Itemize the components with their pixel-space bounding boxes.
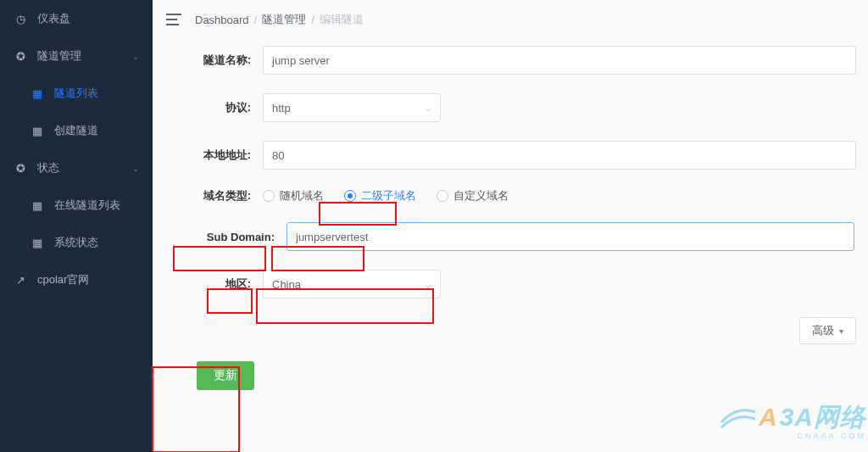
watermark: A3A网络 CNAAA.COM [759, 400, 866, 440]
chevron-down-icon: ⌵ [426, 279, 431, 290]
radio-icon [344, 190, 356, 202]
topbar: Dashboard / 隧道管理 / 编辑隧道 [153, 0, 868, 39]
subdomain-label: Sub Domain: [173, 231, 275, 243]
sidebar-item-label: 在线隧道列表 [54, 198, 120, 213]
protocol-label: 协议: [173, 100, 251, 115]
chevron-down-icon: ▾ [839, 326, 843, 336]
radio-label: 自定义域名 [453, 188, 509, 204]
sidebar-item-label: 仪表盘 [37, 11, 70, 26]
subdomain-input[interactable] [287, 222, 854, 251]
domain-type-custom[interactable]: 自定义域名 [437, 188, 509, 204]
update-button[interactable]: 更新 [197, 361, 254, 390]
external-link-icon: ↗ [14, 274, 27, 287]
region-value: China [272, 278, 301, 291]
breadcrumb-root[interactable]: Dashboard [195, 14, 249, 26]
local-address-label: 本地地址: [173, 148, 251, 163]
radio-label: 随机域名 [280, 188, 324, 204]
plug-icon: ✪ [14, 50, 27, 63]
gauge-icon: ◷ [14, 13, 27, 25]
sidebar-item-cpolar-site[interactable]: ↗ cpolar官网 [0, 261, 153, 299]
chevron-down-icon: ⌄ [132, 164, 139, 173]
sidebar-item-tunnel-manage[interactable]: ✪ 隧道管理 ⌄ [0, 37, 153, 75]
grid-icon: ▦ [31, 199, 44, 212]
chevron-down-icon: ⌵ [426, 103, 431, 114]
domain-type-label: 域名类型: [173, 188, 251, 204]
plug-icon: ✪ [14, 162, 27, 175]
tunnel-name-label: 隧道名称: [173, 53, 251, 68]
sidebar: ◷ 仪表盘 ✪ 隧道管理 ⌄ ▦ 隧道列表 ▦ 创建隧道 ✪ 状态 ⌄ ▦ 在线… [0, 0, 153, 452]
sidebar-item-label: 创建隧道 [54, 123, 98, 138]
advanced-toggle[interactable]: 高级 ▾ [799, 317, 856, 344]
radio-label: 二级子域名 [361, 188, 416, 204]
form-area: 隧道名称: 协议: http ⌵ 本地地址: 域名类型: 随机域名 [153, 39, 868, 452]
grid-icon: ▦ [31, 237, 44, 249]
domain-type-group: 随机域名 二级子域名 自定义域名 [263, 188, 509, 204]
local-address-input[interactable] [263, 141, 856, 170]
sidebar-item-tunnel-list[interactable]: ▦ 隧道列表 [0, 75, 153, 112]
sidebar-item-dashboard[interactable]: ◷ 仪表盘 [0, 0, 153, 37]
protocol-value: http [272, 102, 291, 114]
radio-icon [263, 190, 275, 202]
sidebar-item-status[interactable]: ✪ 状态 ⌄ [0, 149, 153, 187]
watermark-main: A3A网络 [759, 400, 866, 435]
sidebar-item-system-status[interactable]: ▦ 系统状态 [0, 224, 153, 261]
radio-icon [437, 190, 448, 202]
advanced-label: 高级 [812, 323, 834, 338]
domain-type-random[interactable]: 随机域名 [263, 188, 324, 204]
breadcrumb-section[interactable]: 隧道管理 [262, 12, 306, 27]
breadcrumb-current: 编辑隧道 [320, 12, 364, 27]
swoosh-icon [720, 404, 757, 429]
breadcrumb-sep: / [254, 14, 258, 26]
main-panel: Dashboard / 隧道管理 / 编辑隧道 隧道名称: 协议: http ⌵… [153, 0, 868, 452]
sidebar-item-label: 隧道管理 [37, 48, 81, 64]
chevron-down-icon: ⌄ [132, 52, 139, 61]
grid-icon: ▦ [31, 125, 44, 137]
sidebar-item-label: 状态 [37, 160, 59, 176]
sidebar-item-create-tunnel[interactable]: ▦ 创建隧道 [0, 112, 153, 149]
menu-toggle-icon[interactable] [166, 14, 181, 25]
sidebar-item-label: 系统状态 [54, 235, 98, 250]
breadcrumb-sep: / [311, 14, 314, 26]
region-select[interactable]: China ⌵ [263, 270, 441, 299]
region-label: 地区: [173, 276, 251, 292]
domain-type-subdomain[interactable]: 二级子域名 [344, 188, 416, 204]
grid-icon: ▦ [31, 87, 44, 100]
protocol-select[interactable]: http ⌵ [263, 93, 441, 122]
sidebar-item-label: 隧道列表 [54, 86, 98, 101]
sidebar-item-online-tunnels[interactable]: ▦ 在线隧道列表 [0, 187, 153, 224]
sidebar-item-label: cpolar官网 [37, 272, 89, 287]
tunnel-name-input[interactable] [263, 46, 856, 75]
